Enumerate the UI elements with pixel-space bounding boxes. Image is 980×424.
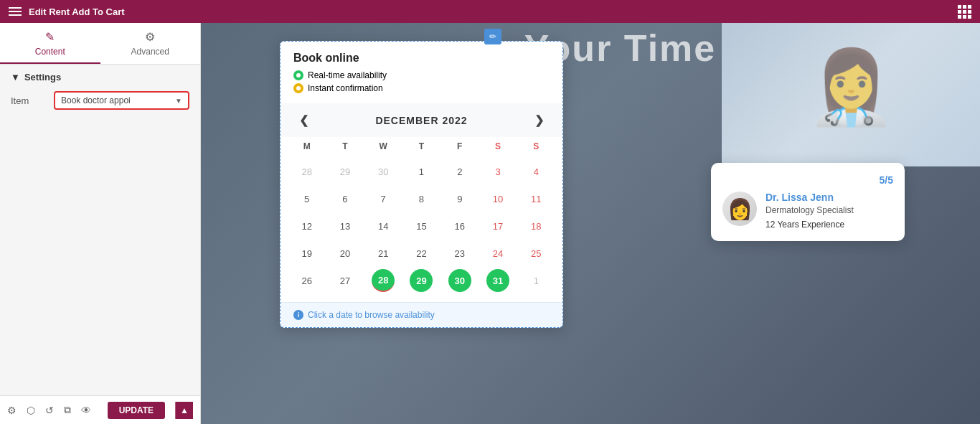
cal-day-29[interactable]: 29 xyxy=(410,269,433,292)
day-header-sat: S xyxy=(479,137,517,156)
cal-day[interactable]: 10 xyxy=(486,187,509,210)
cal-day[interactable]: 14 xyxy=(372,215,395,237)
cal-day[interactable]: 28 xyxy=(296,160,319,183)
eye-icon[interactable]: 👁 xyxy=(81,405,91,416)
calendar-week-1: 28 29 30 1 2 3 4 xyxy=(288,159,555,184)
cal-day[interactable]: 17 xyxy=(486,215,509,237)
day-header-tue: T xyxy=(326,137,364,156)
page-title: Edit Rent Add To Cart xyxy=(29,6,125,17)
cal-day[interactable]: 26 xyxy=(296,269,319,292)
cal-day[interactable]: 6 xyxy=(334,187,357,210)
settings-icon[interactable]: ⚙ xyxy=(7,405,17,416)
day-header-wed: W xyxy=(364,137,402,156)
calendar-week-5: 26 27 28 29 30 31 1 xyxy=(288,268,555,293)
doctor-name: Dr. Lissa Jenn xyxy=(765,192,854,203)
calendar-grid: M T W T F S S 28 29 30 1 2 3 4 xyxy=(281,137,562,302)
settings-header[interactable]: ▼ Settings xyxy=(11,72,189,83)
cal-day[interactable]: 8 xyxy=(410,187,433,210)
cal-day[interactable]: 15 xyxy=(410,215,433,237)
select-dropdown-icon: ▼ xyxy=(175,97,182,105)
content-tab-icon: ✎ xyxy=(45,30,55,44)
item-select-value: Book doctor appoi xyxy=(61,95,172,105)
settings-title: Settings xyxy=(24,72,61,83)
settings-item-row: Item Book doctor appoi ▼ xyxy=(11,91,189,110)
cal-day[interactable]: 5 xyxy=(296,187,319,210)
feature-instant-text: Instant confirmation xyxy=(308,83,383,93)
doctor-avatar: 👩 xyxy=(722,192,757,226)
instant-icon xyxy=(293,83,303,93)
cal-day[interactable]: 7 xyxy=(372,187,395,210)
cal-day[interactable]: 2 xyxy=(448,160,471,183)
cal-day-31[interactable]: 31 xyxy=(486,269,509,292)
sidebar-bottom-toolbar: ⚙ ⬡ ↺ ⧉ 👁 UPDATE ▲ xyxy=(0,395,200,424)
grid-apps-icon[interactable] xyxy=(958,5,971,19)
cal-day[interactable]: 25 xyxy=(524,242,547,265)
hamburger-menu-icon[interactable] xyxy=(9,7,22,16)
cal-day[interactable]: 21 xyxy=(372,242,395,265)
sidebar-tabs: ✎ Content ⚙ Advanced xyxy=(0,23,200,65)
calendar-week-3: 12 13 14 15 16 17 18 xyxy=(288,213,555,239)
edit-pencil-button[interactable]: ✏ xyxy=(484,29,501,44)
calendar-week-4: 19 20 21 22 23 24 25 xyxy=(288,240,555,266)
realtime-icon xyxy=(293,70,303,80)
feature-instant: Instant confirmation xyxy=(293,83,550,93)
book-title: Book online xyxy=(293,52,550,65)
feature-realtime: Real-time availability xyxy=(293,70,550,80)
item-label: Item xyxy=(11,95,54,106)
cal-day[interactable]: 16 xyxy=(448,215,471,237)
cal-day-28[interactable]: 28 xyxy=(372,269,395,292)
update-button[interactable]: UPDATE xyxy=(108,402,165,419)
day-header-fri: F xyxy=(440,137,479,156)
calendar-nav: ❮ DECEMBER 2022 ❯ xyxy=(281,103,562,137)
cal-day[interactable]: 20 xyxy=(334,242,357,265)
duplicate-icon[interactable]: ⧉ xyxy=(64,404,71,416)
prev-month-button[interactable]: ❮ xyxy=(293,112,314,128)
cal-day[interactable]: 29 xyxy=(334,160,357,183)
calendar-hint-text: Click a date to browse availability xyxy=(308,310,435,320)
doctor-card: 5/5 👩 Dr. Lissa Jenn Dermatology Special… xyxy=(711,163,905,241)
cal-day[interactable]: 4 xyxy=(524,160,547,183)
top-bar: Edit Rent Add To Cart xyxy=(0,0,980,23)
cal-day[interactable]: 27 xyxy=(334,269,357,292)
calendar-day-headers: M T W T F S S xyxy=(288,137,555,156)
cal-day[interactable]: 12 xyxy=(296,215,319,237)
doctor-info: Dr. Lissa Jenn Dermatology Specialist 12… xyxy=(765,192,854,230)
cal-day[interactable]: 23 xyxy=(448,242,471,265)
day-header-sun: S xyxy=(517,137,555,156)
calendar-week-2: 5 6 7 8 9 10 11 xyxy=(288,186,555,212)
layers-icon[interactable]: ⬡ xyxy=(27,405,35,416)
cal-day[interactable]: 3 xyxy=(486,160,509,183)
doctor-card-top: 5/5 xyxy=(722,174,893,186)
calendar-widget: Book online Real-time availability Insta… xyxy=(280,41,563,328)
doctor-avatar-icon: 👩 xyxy=(727,197,753,221)
day-header-mon: M xyxy=(288,137,326,156)
cal-day[interactable]: 18 xyxy=(524,215,547,237)
tab-content[interactable]: ✎ Content xyxy=(0,23,100,64)
cal-day[interactable]: 1 xyxy=(410,160,433,183)
advanced-tab-icon: ⚙ xyxy=(145,30,155,44)
sidebar: ✎ Content ⚙ Advanced ▼ Settings Item Boo… xyxy=(0,23,201,424)
history-icon[interactable]: ↺ xyxy=(45,405,54,416)
cal-day-30[interactable]: 30 xyxy=(448,269,471,292)
cal-day[interactable]: 22 xyxy=(410,242,433,265)
cal-day[interactable]: 13 xyxy=(334,215,357,237)
update-arrow-button[interactable]: ▲ xyxy=(175,402,193,419)
cal-day[interactable]: 24 xyxy=(486,242,509,265)
cal-day[interactable]: 1 xyxy=(524,269,547,292)
item-select[interactable]: Book doctor appoi ▼ xyxy=(54,91,189,110)
tab-advanced[interactable]: ⚙ Advanced xyxy=(100,23,201,64)
cal-day[interactable]: 19 xyxy=(296,242,319,265)
book-header: Book online Real-time availability Insta… xyxy=(281,42,562,103)
tab-content-label: Content xyxy=(35,47,65,57)
cal-day[interactable]: 9 xyxy=(448,187,471,210)
calendar-footer: i Click a date to browse availability xyxy=(281,302,562,327)
info-icon: i xyxy=(293,310,303,320)
next-month-button[interactable]: ❯ xyxy=(529,112,550,128)
cal-day[interactable]: 11 xyxy=(524,187,547,210)
doctor-silhouette-icon: 👩‍⚕️ xyxy=(806,45,896,130)
feature-realtime-text: Real-time availability xyxy=(308,70,387,80)
settings-collapse-icon: ▼ xyxy=(11,72,20,83)
cal-day[interactable]: 30 xyxy=(372,160,395,183)
content-area: on Your Time 👩‍⚕️ ✏ Book online Real-tim… xyxy=(201,23,980,424)
day-header-thu: T xyxy=(402,137,440,156)
